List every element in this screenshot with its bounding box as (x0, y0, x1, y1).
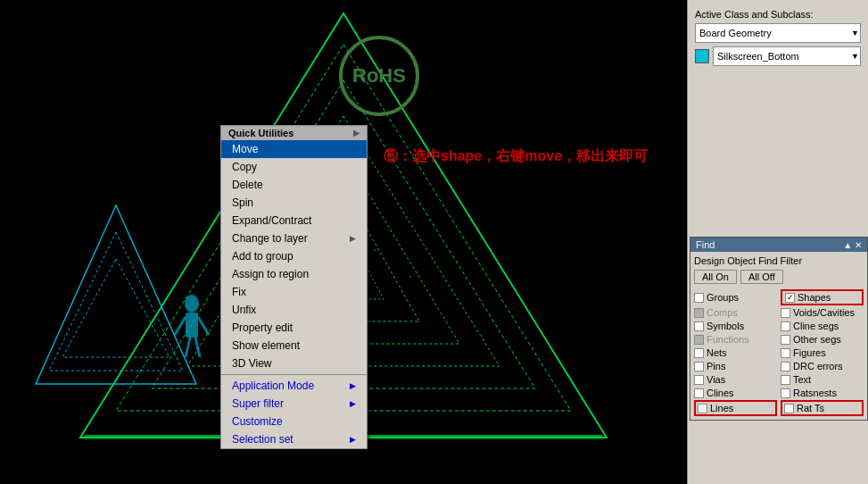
find-lines-row: Lines (694, 400, 777, 416)
find-groups-row: Groups (694, 289, 777, 305)
find-all-on-button[interactable]: All On (694, 270, 737, 284)
menu-fix[interactable]: Fix (221, 283, 367, 301)
find-functions-label: Functions (707, 334, 749, 345)
find-vias-row: Vias (694, 373, 777, 386)
find-all-off-button[interactable]: All Off (740, 270, 783, 284)
menu-show-element[interactable]: Show element (221, 337, 367, 355)
find-panel: Find ▲ ✕ Design Object Find Filter All O… (690, 237, 868, 421)
find-symbols-label: Symbols (707, 321, 744, 331)
find-text-row: Text (781, 373, 864, 386)
find-text-label: Text (793, 374, 811, 385)
menu-assign-region[interactable]: Assign to region (221, 265, 367, 283)
find-ratts-label: Rat Ts (797, 403, 824, 413)
find-shapes-row: ✓ Shapes (781, 289, 864, 305)
find-comps-checkbox (694, 308, 704, 318)
find-clines-label: Clines (707, 388, 734, 398)
find-groups-label: Groups (707, 292, 739, 303)
find-buttons: All On All Off (694, 270, 864, 284)
svg-rect-11 (186, 313, 198, 338)
svg-point-10 (185, 295, 199, 313)
menu-super-filter[interactable]: Super filter ▶ (221, 395, 367, 413)
find-comps-label: Comps (707, 307, 738, 318)
find-nets-label: Nets (707, 347, 727, 358)
find-clinesegs-row: Cline segs (781, 320, 864, 332)
find-nets-checkbox[interactable] (694, 348, 704, 358)
find-ratsnests-label: Ratsnests (793, 388, 837, 398)
menu-spin[interactable]: Spin (221, 194, 367, 212)
find-ratsnests-row: Ratsnests (781, 387, 864, 399)
find-comps-row: Comps (694, 306, 777, 319)
menu-delete[interactable]: Delete (221, 176, 367, 194)
find-figures-checkbox[interactable] (781, 348, 790, 358)
find-ratts-checkbox[interactable] (784, 404, 794, 413)
find-pins-checkbox[interactable] (694, 362, 704, 371)
find-panel-title: Find ▲ ✕ (690, 238, 867, 252)
find-functions-checkbox (694, 335, 704, 345)
find-figures-label: Figures (793, 347, 826, 358)
find-panel-content: Design Object Find Filter All On All Off… (690, 252, 867, 420)
svg-marker-9 (62, 259, 169, 357)
find-clines-checkbox[interactable] (694, 388, 704, 398)
menu-copy[interactable]: Copy (221, 158, 367, 176)
find-lines-checkbox[interactable] (698, 404, 707, 413)
find-functions-row: Functions (694, 333, 777, 346)
find-othersegs-row: Other segs (781, 333, 864, 346)
find-voids-checkbox[interactable] (781, 308, 790, 318)
find-drcerrors-checkbox[interactable] (781, 362, 790, 371)
class-section: Active Class and Subclass: Board Geometr… (688, 4, 868, 71)
menu-property-edit[interactable]: Property edit (221, 319, 367, 337)
find-voids-row: Voids/Cavities (781, 306, 864, 319)
find-grid: Groups ✓ Shapes Comps Voids/Cavities Sym… (694, 289, 864, 416)
menu-add-group[interactable]: Add to group (221, 247, 367, 265)
find-ratts-row: Rat Ts (781, 400, 864, 416)
svg-line-15 (195, 338, 200, 357)
find-ratsnests-checkbox[interactable] (781, 388, 790, 398)
find-pins-row: Pins (694, 360, 777, 372)
svg-marker-8 (49, 232, 183, 371)
find-lines-label: Lines (710, 403, 733, 413)
annotation-move: ⑥：选中shape，右键move，移出来即可 (384, 147, 648, 166)
context-menu: Quick Utilities ▶ Move Copy Delete Spin … (220, 125, 368, 449)
menu-quick-utilities[interactable]: Quick Utilities ▶ (221, 126, 367, 140)
menu-selection-set[interactable]: Selection set ▶ (221, 430, 367, 448)
find-clines-row: Clines (694, 387, 777, 399)
find-pins-label: Pins (707, 361, 725, 371)
subclass-dropdown[interactable]: Silkscreen_Bottom Silkscreen_Top Assembl… (713, 46, 861, 66)
find-vias-checkbox[interactable] (694, 375, 704, 385)
find-drcerrors-label: DRC errors (793, 361, 843, 371)
menu-3d-view[interactable]: 3D View (221, 355, 367, 372)
find-voids-label: Voids/Cavities (793, 307, 855, 318)
subclass-color-swatch (695, 49, 709, 63)
rohs-logo: RoHS (339, 36, 419, 116)
find-vias-label: Vias (707, 374, 725, 385)
find-shapes-checkbox[interactable]: ✓ (785, 293, 795, 303)
class-dropdown-wrapper: Board Geometry Etch Package Geometry ▼ (695, 23, 861, 43)
svg-point-22 (374, 249, 376, 251)
find-figures-row: Figures (781, 346, 864, 359)
menu-change-layer[interactable]: Change to layer ▶ (221, 229, 367, 247)
class-label: Active Class and Subclass: (695, 9, 861, 20)
find-clinesegs-checkbox[interactable] (781, 321, 790, 331)
find-panel-controls: ▲ ✕ (843, 240, 862, 250)
svg-line-13 (198, 317, 209, 335)
find-clinesegs-label: Cline segs (793, 321, 839, 331)
find-section-title: Design Object Find Filter (694, 255, 864, 266)
menu-customize[interactable]: Customize (221, 413, 367, 430)
find-symbols-checkbox[interactable] (694, 321, 704, 331)
class-dropdown[interactable]: Board Geometry Etch Package Geometry (695, 23, 861, 43)
find-nets-row: Nets (694, 346, 777, 359)
subclass-dropdown-wrapper: Silkscreen_Bottom Silkscreen_Top Assembl… (713, 46, 861, 66)
svg-line-14 (186, 338, 190, 357)
svg-point-29 (409, 276, 411, 278)
menu-move[interactable]: Move (221, 140, 367, 158)
find-text-checkbox[interactable] (781, 375, 790, 385)
menu-separator (221, 374, 367, 375)
menu-expand-contract[interactable]: Expand/Contract (221, 212, 367, 229)
find-symbols-row: Symbols (694, 320, 777, 332)
find-groups-checkbox[interactable] (694, 293, 704, 303)
svg-line-12 (175, 317, 186, 335)
find-othersegs-checkbox[interactable] (781, 335, 790, 345)
menu-application-mode[interactable]: Application Mode ▶ (221, 377, 367, 395)
find-shapes-label: Shapes (798, 292, 831, 303)
menu-unfix[interactable]: Unfix (221, 301, 367, 319)
